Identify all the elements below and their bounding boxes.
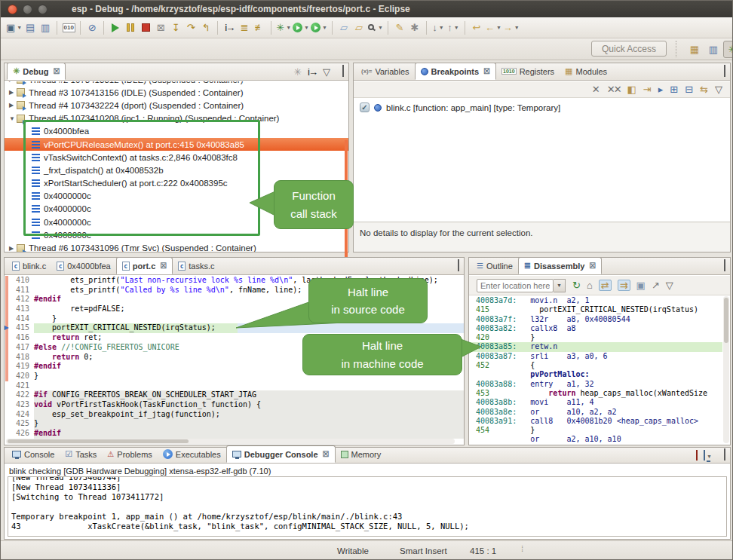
- disassembly-refresh-button[interactable]: ↻: [572, 280, 581, 290]
- location-input[interactable]: [477, 279, 554, 292]
- breakpoints-link-with-debug-view-button[interactable]: ⇆: [700, 84, 708, 94]
- tree-expand-arrow-icon[interactable]: ▶: [9, 89, 17, 96]
- dropdown-arrow-icon[interactable]: ▼: [514, 25, 520, 30]
- thread-row[interactable]: ▼Thread #5 1073410208 (ipc1 : Running) (…: [5, 112, 348, 125]
- breakpoints-show-breakpoints-supported-button[interactable]: ◧: [627, 84, 636, 94]
- debug-remove-all-terminated-button[interactable]: ✳: [293, 67, 302, 77]
- toolbar-resume-button[interactable]: [108, 20, 123, 36]
- disassembly-maximize-button[interactable]: [724, 262, 725, 271]
- dropdown-arrow-icon[interactable]: ▼: [707, 454, 712, 459]
- toolbar-last-edit-location-button[interactable]: ↩: [469, 20, 484, 36]
- toolbar-suspend-button[interactable]: [123, 20, 138, 36]
- dropdown-arrow-icon[interactable]: ▼: [286, 25, 291, 30]
- breakpoints-remove-all-breakpoints-button[interactable]: ✕✕: [607, 84, 621, 94]
- toolbar-instruction-stepping-mode-button[interactable]: ≣: [237, 20, 252, 36]
- toolbar-run-button[interactable]: ▼: [292, 20, 310, 36]
- perspective-cpp-perspective-button[interactable]: ▥: [704, 41, 722, 58]
- tree-expand-arrow-icon[interactable]: ▶: [9, 102, 17, 109]
- window-close-button[interactable]: [8, 5, 17, 14]
- toolbar-step-return-button[interactable]: ↰: [198, 20, 213, 36]
- disassembly-pin-view-button[interactable]: ↗: [652, 280, 660, 290]
- toolbar-new-wizard-button[interactable]: ▣▼: [5, 20, 23, 36]
- toolbar-mark-occurrences-button[interactable]: ✎: [392, 20, 407, 36]
- editor-maximize-button[interactable]: [458, 262, 459, 271]
- breakpoints-remove-selected-breakpoints-button[interactable]: ✕: [592, 84, 600, 94]
- stack-frame-row[interactable]: vPortCPUReleaseMutex() at port.c:415 0x4…: [5, 138, 348, 151]
- toolbar-open-task-button[interactable]: ✱: [407, 20, 422, 36]
- thread-row[interactable]: ▶Thread #3 1073413156 (IDLE) (Suspended …: [5, 86, 348, 99]
- close-icon[interactable]: ☒: [589, 262, 596, 270]
- breakpoints-tab-registers[interactable]: 1010Registers: [496, 63, 560, 80]
- debug-instruction-stepping-button[interactable]: i→: [308, 67, 317, 77]
- breakpoints-expand-all-button[interactable]: ⊞: [670, 84, 678, 94]
- stack-frame-row[interactable]: _frxt_dispatch() at 0x4008532b: [5, 164, 348, 176]
- breakpoints-maximize-button[interactable]: [724, 68, 725, 76]
- thread-row[interactable]: ▶Thread #4 1073432224 (dport) (Suspended…: [5, 99, 348, 112]
- disassembly-tab-outline[interactable]: ☰Outline: [471, 257, 518, 274]
- close-icon[interactable]: ☒: [323, 450, 330, 458]
- breakpoints-tab-variables[interactable]: (x)=Variables: [356, 63, 415, 80]
- breakpoints-go-to-file-for-breakpoint-button[interactable]: ⇥: [643, 84, 652, 94]
- breakpoints-collapse-all-button[interactable]: ⊟: [685, 84, 693, 94]
- console-terminate-button[interactable]: [696, 451, 698, 460]
- stack-frame-row[interactable]: 0x4000000c: [5, 228, 348, 241]
- toolbar-open-project-button[interactable]: ▱: [336, 20, 351, 36]
- tree-expand-arrow-icon[interactable]: ▶: [9, 245, 17, 252]
- dropdown-arrow-icon[interactable]: ▼: [304, 25, 309, 30]
- perspective-open-perspective-button[interactable]: ▦: [685, 41, 704, 58]
- perspective-debug-perspective-button[interactable]: ✳: [723, 41, 733, 58]
- disassembly-home-button[interactable]: ⌂: [587, 280, 593, 290]
- console-tab-memory[interactable]: Memory: [336, 445, 387, 463]
- toolbar-search-button[interactable]: ▼: [366, 20, 384, 36]
- disassembly-view-menu-button[interactable]: ▽: [666, 280, 673, 290]
- thread-row[interactable]: ▶Thread #6 1073431096 (Tmr Svc) (Suspend…: [5, 241, 348, 252]
- console-output[interactable]: [New Thread 1073468744][New Thread 10734…: [8, 476, 727, 537]
- toolbar-previous-annotation-button[interactable]: ↑▼: [446, 20, 461, 36]
- tree-expand-arrow-icon[interactable]: ▼: [9, 115, 17, 122]
- tree-expand-arrow-icon[interactable]: ▶: [9, 81, 17, 83]
- console-maximize-button[interactable]: [724, 451, 725, 460]
- toolbar-use-step-filters-button[interactable]: ≢: [252, 20, 267, 36]
- console-tab-problems[interactable]: ⚠Problems: [102, 445, 157, 463]
- toolbar-instruction-step-button[interactable]: i→: [222, 20, 237, 36]
- toolbar-terminate-button[interactable]: [138, 20, 153, 36]
- breakpoints-view-menu-button[interactable]: ▽: [715, 84, 722, 94]
- toolbar-step-over-button[interactable]: ↷: [183, 20, 198, 36]
- stack-frame-row[interactable]: 0x4000bfea: [5, 125, 348, 138]
- breakpoint-entry[interactable]: ✓ blink.c [function: app_main] [type: Te…: [360, 103, 560, 112]
- toolbar-external-tools-button[interactable]: ▼: [310, 20, 328, 36]
- console-display-selected-console-button[interactable]: ▼: [704, 451, 712, 460]
- toolbar-binary-010-button[interactable]: 010: [61, 20, 76, 36]
- breakpoints-skip-all-breakpoints-button[interactable]: ▸: [658, 84, 664, 94]
- location-dropdown[interactable]: ▼: [554, 279, 566, 292]
- dropdown-arrow-icon[interactable]: ▼: [496, 25, 501, 30]
- console-tab-console[interactable]: Console: [7, 445, 60, 463]
- dropdown-arrow-icon[interactable]: ▼: [17, 25, 22, 30]
- disassembly-sync-with-active-context-button[interactable]: ⇄: [599, 280, 612, 291]
- disassembly-vertical-scrollbar[interactable]: [723, 296, 729, 443]
- editor-tab-blink-c[interactable]: cblink.c: [7, 257, 51, 274]
- console-tab-tasks[interactable]: ☑Tasks: [60, 445, 102, 463]
- stack-frame-row[interactable]: vTaskSwitchContext() at tasks.c:2,846 0x…: [5, 151, 348, 164]
- debug-view-menu-button[interactable]: ▽: [323, 67, 330, 77]
- breakpoint-checkbox[interactable]: ✓: [360, 103, 370, 112]
- console-tab-executables[interactable]: Executables: [158, 445, 226, 463]
- disassembly-track-expression-button[interactable]: ⇉: [618, 280, 630, 291]
- editor-tab-tasks-c[interactable]: ctasks.c: [173, 257, 219, 274]
- tab-debug[interactable]: ✳ Debug ☒: [7, 63, 66, 80]
- toolbar-forward-button[interactable]: →▼: [502, 20, 520, 36]
- disassembly-new-view-button[interactable]: ▣: [636, 280, 646, 290]
- disassembly-code-area[interactable]: 40083a7d: movi.n a2, 1415 portEXIT_CRITI…: [469, 296, 722, 444]
- editor-tab-port-c[interactable]: cport.c☒: [116, 257, 173, 274]
- quick-access-field[interactable]: Quick Access: [591, 41, 667, 57]
- close-icon[interactable]: ☒: [53, 67, 60, 75]
- toolbar-save-all-button[interactable]: ▥: [38, 20, 53, 36]
- window-minimize-button[interactable]: [23, 5, 32, 14]
- window-maximize-button[interactable]: [38, 5, 48, 14]
- breakpoints-tab-modules[interactable]: ▦Modules: [560, 63, 612, 80]
- editor-tab-0x4000bfea[interactable]: c0x4000bfea: [51, 257, 116, 274]
- toolbar-save-button[interactable]: ▤: [23, 20, 38, 36]
- breakpoints-tab-breakpoints[interactable]: Breakpoints☒: [415, 63, 497, 80]
- toolbar-back-button[interactable]: ←▼: [484, 20, 502, 36]
- disassembly-tab-disassembly[interactable]: ≣Disassembly☒: [518, 257, 602, 274]
